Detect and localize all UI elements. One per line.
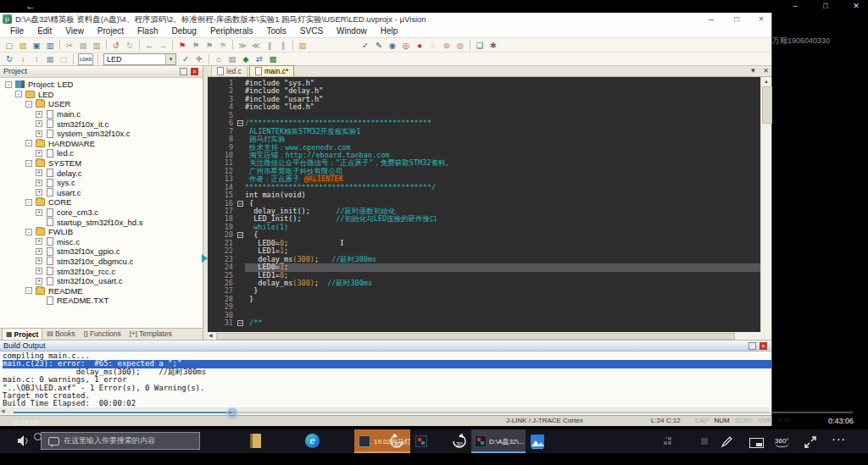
menu-view[interactable]: View [58, 25, 91, 37]
menu-window[interactable]: Window [330, 25, 374, 37]
tree-item-stm32f10x-rcc-c[interactable]: +stm32f10x_rcc.c [0, 266, 203, 276]
expand-box-icon[interactable]: + [36, 150, 42, 157]
fold-marker-icon[interactable] [236, 200, 245, 208]
scroll-left-icon[interactable]: ◀ [209, 333, 213, 339]
build-output-caption[interactable]: Build Output × [0, 340, 771, 352]
code-line-29[interactable]: 29 [208, 303, 760, 311]
breakpoint-disable-icon[interactable]: ⊘ [441, 40, 453, 51]
project-panel-caption[interactable]: Project × [0, 66, 203, 78]
expand-box-icon[interactable]: + [36, 238, 42, 245]
splitter-collapse-icon[interactable] [202, 254, 208, 263]
expand-box-icon[interactable]: + [36, 180, 42, 186]
spell-check-icon[interactable]: ✓ [359, 40, 371, 51]
tree-item-stm32f10x-gpio-c[interactable]: +stm32f10x_gpio.c [0, 246, 203, 257]
code-line-27[interactable]: 27 } [208, 287, 760, 295]
code-line-24[interactable]: 24 LED0=1; [208, 263, 760, 271]
tree-item-stm32f10x-dbgmcu-c[interactable]: +stm32f10x_dbgmcu.c [0, 257, 203, 267]
code-line-26[interactable]: 26 delay_ms(300); //延时300ms [208, 280, 760, 287]
uvision-taskbar-button[interactable]: D:\A盘32\... [471, 429, 526, 453]
rotate-360-icon[interactable]: 360° [775, 437, 789, 447]
video-seek-handle[interactable] [226, 407, 238, 419]
window-layout-icon[interactable]: ❏ [474, 40, 486, 51]
collapse-box-icon[interactable]: - [25, 287, 32, 294]
tree-item-led-c[interactable]: +led.c [0, 148, 203, 158]
tree-item-stm32f10x-usart-c[interactable]: +stm32f10x_usart.c [0, 276, 203, 286]
annotate-icon[interactable]: ✎ [373, 40, 385, 51]
tree-item-misc-c[interactable]: +misc.c [0, 237, 203, 247]
code-line-19[interactable]: 19 while(1) [208, 224, 760, 231]
notebook-app-icon[interactable] [250, 434, 261, 448]
target-select[interactable]: LED▾ [103, 53, 176, 65]
code-line-28[interactable]: 28 } [208, 296, 760, 303]
expand-box-icon[interactable]: + [36, 248, 42, 255]
open-file-icon[interactable]: ▨ [17, 40, 29, 51]
tree-item-core-cm3-c[interactable]: +core_cm3.c [0, 208, 203, 218]
tab-close-icon[interactable]: ✕ [763, 67, 769, 75]
tree-item-user[interactable]: -USER [0, 99, 203, 109]
redo-icon[interactable]: ↻ [124, 40, 136, 51]
close-panel-icon[interactable]: × [760, 342, 767, 350]
tree-item-led[interactable]: -LED [0, 90, 203, 100]
copy-icon[interactable]: ▤ [77, 40, 89, 51]
tree-item-readme[interactable]: -README [0, 285, 203, 296]
menu-file[interactable]: File [3, 25, 31, 37]
fold-marker-icon[interactable] [236, 319, 245, 327]
collapse-box-icon[interactable]: - [5, 81, 12, 88]
paste-icon[interactable]: ▥ [91, 40, 103, 51]
configure-icon[interactable]: ✱ [487, 40, 499, 51]
save-icon[interactable]: ▣ [31, 40, 42, 51]
panel-tab-templates[interactable]: [+]Templates [125, 327, 176, 340]
more-options-icon[interactable]: ··· [832, 435, 847, 445]
uncomment-icon[interactable]: ∥ [277, 40, 289, 51]
code-line-23[interactable]: 23 delay_ms(300); //延时300ms [208, 256, 760, 263]
build-log-line-5[interactable]: "..\OBJ\LED.axf" - 1 Error(s), 0 Warning… [3, 385, 771, 392]
expand-box-icon[interactable]: + [36, 130, 42, 137]
navigate-icon[interactable]: ◉ [387, 40, 398, 51]
pin-icon[interactable] [180, 68, 187, 75]
expand-box-icon[interactable]: + [36, 257, 42, 264]
code-line-4[interactable]: 4#include "led.h" [208, 103, 760, 111]
tray-icon[interactable] [701, 438, 708, 445]
menu-tools[interactable]: Tools [260, 25, 293, 37]
bookmark-toggle-icon[interactable]: ⚑ [176, 40, 188, 51]
tree-item-hardware[interactable]: -HARDWARE [0, 139, 203, 149]
code-area[interactable]: 1#include "sys.h"2#include "delay.h"3#in… [208, 77, 760, 332]
options-hammer-icon[interactable]: ✛ [193, 53, 205, 64]
build-icon[interactable]: ↓ [17, 53, 29, 64]
minimize-button[interactable]: – [704, 13, 719, 25]
collapse-box-icon[interactable]: - [25, 199, 32, 206]
indent-icon[interactable]: ≫ [236, 40, 248, 51]
translate-icon[interactable]: ↻ [3, 53, 15, 64]
panel-tab-functions[interactable]: {}Functions [80, 327, 125, 340]
edge-browser-icon[interactable]: e [305, 434, 320, 448]
breakpoint-kill-icon[interactable]: ◍ [454, 40, 466, 51]
code-line-21[interactable]: 21 LED0=0; I [208, 240, 760, 247]
menu-help[interactable]: Help [374, 25, 405, 37]
menu-project[interactable]: Project [91, 25, 131, 37]
menu-peripherals[interactable]: Peripherals [203, 25, 260, 37]
title-bar[interactable]: µ D:\A盘32\精英板 资料盘(A盘)\4、程序源码\2、标准例程-库函数版… [0, 13, 771, 25]
edit-pencil-icon[interactable] [721, 435, 733, 451]
close-panel-icon[interactable]: × [191, 68, 198, 75]
code-line-15[interactable]: 15int main(void) [208, 191, 760, 199]
pack-installer-icon[interactable]: ▩ [267, 53, 279, 64]
batch-build-icon[interactable]: ▦ [44, 53, 56, 64]
line-number[interactable]: 31 [208, 319, 236, 327]
video-maximize-button[interactable]: □ [821, 0, 831, 12]
cut-icon[interactable]: ✂ [64, 40, 75, 51]
code-line-18[interactable]: 18 LED_Init(); //初始化与LED连接的硬件接口 [208, 215, 760, 223]
rebuild-icon[interactable]: ↕ [31, 53, 42, 64]
taskbar-search-box[interactable]: 在这里输入你要搜索的内容 [41, 432, 200, 450]
collapse-box-icon[interactable]: - [25, 101, 32, 108]
tree-item-system-stm32f10x-c[interactable]: +system_stm32f10x.c [0, 129, 203, 139]
mini-player-icon[interactable] [749, 438, 764, 448]
panel-tab-books[interactable]: ▤Books [42, 327, 79, 340]
comment-icon[interactable]: ∥ [264, 40, 275, 51]
menu-edit[interactable]: Edit [31, 25, 58, 37]
collapse-box-icon[interactable]: - [15, 91, 22, 97]
tree-item-sys-c[interactable]: +sys.c [0, 178, 203, 188]
editor-horizontal-scrollbar[interactable]: ◀ [208, 332, 760, 340]
new-file-icon[interactable]: ▢ [3, 40, 15, 51]
volume-icon[interactable] [17, 435, 31, 451]
vscroll-thumb[interactable] [762, 86, 772, 124]
